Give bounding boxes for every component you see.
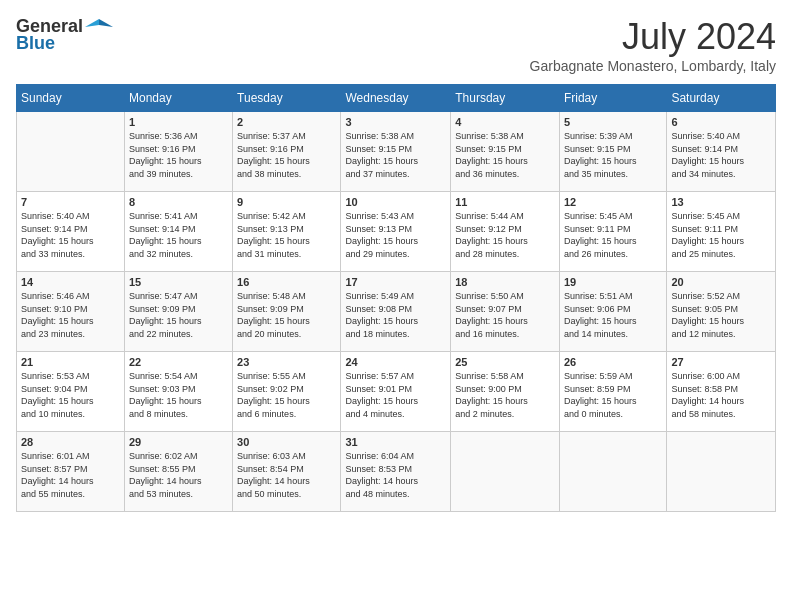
day-info: Sunrise: 5:47 AM Sunset: 9:09 PM Dayligh… xyxy=(129,290,228,340)
day-number: 18 xyxy=(455,276,555,288)
calendar-cell: 26Sunrise: 5:59 AM Sunset: 8:59 PM Dayli… xyxy=(559,352,667,432)
calendar-cell: 23Sunrise: 5:55 AM Sunset: 9:02 PM Dayli… xyxy=(233,352,341,432)
day-number: 23 xyxy=(237,356,336,368)
calendar-cell: 21Sunrise: 5:53 AM Sunset: 9:04 PM Dayli… xyxy=(17,352,125,432)
day-info: Sunrise: 5:53 AM Sunset: 9:04 PM Dayligh… xyxy=(21,370,120,420)
day-number: 5 xyxy=(564,116,663,128)
calendar-cell: 20Sunrise: 5:52 AM Sunset: 9:05 PM Dayli… xyxy=(667,272,776,352)
day-info: Sunrise: 5:57 AM Sunset: 9:01 PM Dayligh… xyxy=(345,370,446,420)
day-header-friday: Friday xyxy=(559,85,667,112)
calendar-table: SundayMondayTuesdayWednesdayThursdayFrid… xyxy=(16,84,776,512)
calendar-cell: 19Sunrise: 5:51 AM Sunset: 9:06 PM Dayli… xyxy=(559,272,667,352)
day-number: 9 xyxy=(237,196,336,208)
calendar-header-row: SundayMondayTuesdayWednesdayThursdayFrid… xyxy=(17,85,776,112)
calendar-cell: 9Sunrise: 5:42 AM Sunset: 9:13 PM Daylig… xyxy=(233,192,341,272)
calendar-week-row: 7Sunrise: 5:40 AM Sunset: 9:14 PM Daylig… xyxy=(17,192,776,272)
day-info: Sunrise: 5:50 AM Sunset: 9:07 PM Dayligh… xyxy=(455,290,555,340)
calendar-cell: 29Sunrise: 6:02 AM Sunset: 8:55 PM Dayli… xyxy=(124,432,232,512)
logo-bird-icon xyxy=(85,17,113,37)
day-header-sunday: Sunday xyxy=(17,85,125,112)
day-number: 1 xyxy=(129,116,228,128)
day-number: 28 xyxy=(21,436,120,448)
day-info: Sunrise: 5:36 AM Sunset: 9:16 PM Dayligh… xyxy=(129,130,228,180)
day-number: 15 xyxy=(129,276,228,288)
day-info: Sunrise: 6:01 AM Sunset: 8:57 PM Dayligh… xyxy=(21,450,120,500)
calendar-week-row: 14Sunrise: 5:46 AM Sunset: 9:10 PM Dayli… xyxy=(17,272,776,352)
calendar-week-row: 28Sunrise: 6:01 AM Sunset: 8:57 PM Dayli… xyxy=(17,432,776,512)
day-header-saturday: Saturday xyxy=(667,85,776,112)
day-header-wednesday: Wednesday xyxy=(341,85,451,112)
day-info: Sunrise: 5:38 AM Sunset: 9:15 PM Dayligh… xyxy=(345,130,446,180)
calendar-cell: 15Sunrise: 5:47 AM Sunset: 9:09 PM Dayli… xyxy=(124,272,232,352)
svg-marker-0 xyxy=(99,19,113,27)
day-number: 21 xyxy=(21,356,120,368)
logo: General Blue xyxy=(16,16,113,54)
calendar-cell: 7Sunrise: 5:40 AM Sunset: 9:14 PM Daylig… xyxy=(17,192,125,272)
calendar-cell xyxy=(559,432,667,512)
day-number: 7 xyxy=(21,196,120,208)
day-number: 3 xyxy=(345,116,446,128)
location-text: Garbagnate Monastero, Lombardy, Italy xyxy=(530,58,776,74)
calendar-cell: 10Sunrise: 5:43 AM Sunset: 9:13 PM Dayli… xyxy=(341,192,451,272)
day-number: 10 xyxy=(345,196,446,208)
day-info: Sunrise: 5:38 AM Sunset: 9:15 PM Dayligh… xyxy=(455,130,555,180)
day-info: Sunrise: 5:40 AM Sunset: 9:14 PM Dayligh… xyxy=(21,210,120,260)
day-info: Sunrise: 6:00 AM Sunset: 8:58 PM Dayligh… xyxy=(671,370,771,420)
calendar-cell: 11Sunrise: 5:44 AM Sunset: 9:12 PM Dayli… xyxy=(451,192,560,272)
day-info: Sunrise: 5:58 AM Sunset: 9:00 PM Dayligh… xyxy=(455,370,555,420)
day-info: Sunrise: 5:37 AM Sunset: 9:16 PM Dayligh… xyxy=(237,130,336,180)
calendar-cell: 17Sunrise: 5:49 AM Sunset: 9:08 PM Dayli… xyxy=(341,272,451,352)
calendar-cell: 22Sunrise: 5:54 AM Sunset: 9:03 PM Dayli… xyxy=(124,352,232,432)
day-info: Sunrise: 6:02 AM Sunset: 8:55 PM Dayligh… xyxy=(129,450,228,500)
calendar-cell: 14Sunrise: 5:46 AM Sunset: 9:10 PM Dayli… xyxy=(17,272,125,352)
day-number: 17 xyxy=(345,276,446,288)
calendar-cell: 4Sunrise: 5:38 AM Sunset: 9:15 PM Daylig… xyxy=(451,112,560,192)
calendar-cell: 5Sunrise: 5:39 AM Sunset: 9:15 PM Daylig… xyxy=(559,112,667,192)
calendar-cell: 25Sunrise: 5:58 AM Sunset: 9:00 PM Dayli… xyxy=(451,352,560,432)
calendar-cell: 12Sunrise: 5:45 AM Sunset: 9:11 PM Dayli… xyxy=(559,192,667,272)
day-number: 30 xyxy=(237,436,336,448)
calendar-cell: 8Sunrise: 5:41 AM Sunset: 9:14 PM Daylig… xyxy=(124,192,232,272)
day-number: 4 xyxy=(455,116,555,128)
calendar-cell: 27Sunrise: 6:00 AM Sunset: 8:58 PM Dayli… xyxy=(667,352,776,432)
day-info: Sunrise: 5:40 AM Sunset: 9:14 PM Dayligh… xyxy=(671,130,771,180)
calendar-cell: 28Sunrise: 6:01 AM Sunset: 8:57 PM Dayli… xyxy=(17,432,125,512)
calendar-cell: 18Sunrise: 5:50 AM Sunset: 9:07 PM Dayli… xyxy=(451,272,560,352)
day-number: 20 xyxy=(671,276,771,288)
day-number: 6 xyxy=(671,116,771,128)
calendar-cell: 1Sunrise: 5:36 AM Sunset: 9:16 PM Daylig… xyxy=(124,112,232,192)
day-number: 8 xyxy=(129,196,228,208)
day-info: Sunrise: 5:41 AM Sunset: 9:14 PM Dayligh… xyxy=(129,210,228,260)
day-info: Sunrise: 6:04 AM Sunset: 8:53 PM Dayligh… xyxy=(345,450,446,500)
day-number: 24 xyxy=(345,356,446,368)
day-header-monday: Monday xyxy=(124,85,232,112)
calendar-cell xyxy=(667,432,776,512)
day-number: 25 xyxy=(455,356,555,368)
day-number: 14 xyxy=(21,276,120,288)
day-number: 16 xyxy=(237,276,336,288)
day-info: Sunrise: 5:45 AM Sunset: 9:11 PM Dayligh… xyxy=(564,210,663,260)
calendar-cell: 2Sunrise: 5:37 AM Sunset: 9:16 PM Daylig… xyxy=(233,112,341,192)
day-info: Sunrise: 5:54 AM Sunset: 9:03 PM Dayligh… xyxy=(129,370,228,420)
page-header: General Blue July 2024 Garbagnate Monast… xyxy=(16,16,776,74)
day-number: 29 xyxy=(129,436,228,448)
day-info: Sunrise: 5:51 AM Sunset: 9:06 PM Dayligh… xyxy=(564,290,663,340)
calendar-cell: 24Sunrise: 5:57 AM Sunset: 9:01 PM Dayli… xyxy=(341,352,451,432)
day-number: 2 xyxy=(237,116,336,128)
day-info: Sunrise: 5:52 AM Sunset: 9:05 PM Dayligh… xyxy=(671,290,771,340)
calendar-cell: 30Sunrise: 6:03 AM Sunset: 8:54 PM Dayli… xyxy=(233,432,341,512)
day-number: 11 xyxy=(455,196,555,208)
day-info: Sunrise: 5:49 AM Sunset: 9:08 PM Dayligh… xyxy=(345,290,446,340)
month-title: July 2024 xyxy=(530,16,776,58)
day-number: 19 xyxy=(564,276,663,288)
day-header-thursday: Thursday xyxy=(451,85,560,112)
day-info: Sunrise: 6:03 AM Sunset: 8:54 PM Dayligh… xyxy=(237,450,336,500)
calendar-cell: 13Sunrise: 5:45 AM Sunset: 9:11 PM Dayli… xyxy=(667,192,776,272)
calendar-cell: 16Sunrise: 5:48 AM Sunset: 9:09 PM Dayli… xyxy=(233,272,341,352)
calendar-cell: 3Sunrise: 5:38 AM Sunset: 9:15 PM Daylig… xyxy=(341,112,451,192)
day-number: 12 xyxy=(564,196,663,208)
calendar-week-row: 21Sunrise: 5:53 AM Sunset: 9:04 PM Dayli… xyxy=(17,352,776,432)
calendar-cell: 31Sunrise: 6:04 AM Sunset: 8:53 PM Dayli… xyxy=(341,432,451,512)
day-number: 31 xyxy=(345,436,446,448)
day-info: Sunrise: 5:44 AM Sunset: 9:12 PM Dayligh… xyxy=(455,210,555,260)
